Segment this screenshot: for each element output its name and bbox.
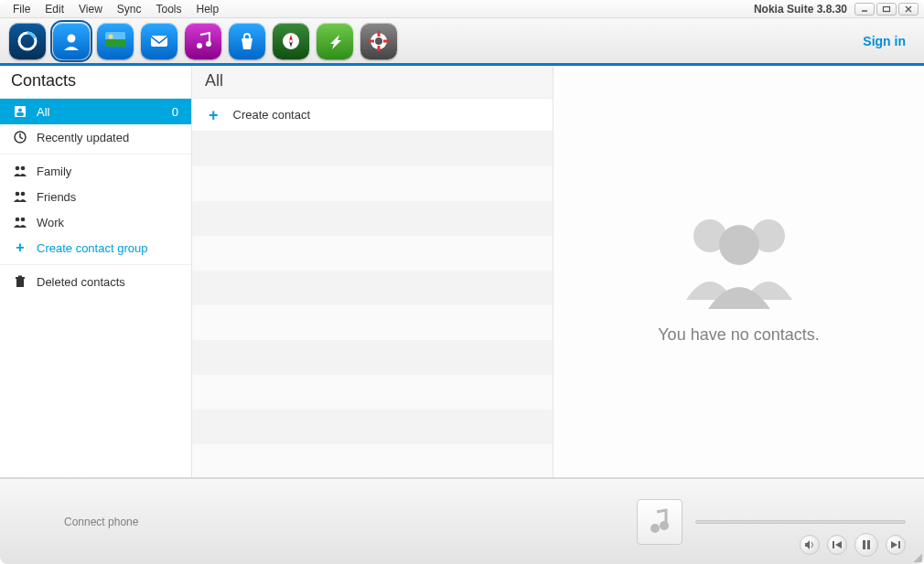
contact-list[interactable] xyxy=(192,132,553,477)
update-icon xyxy=(325,31,345,51)
svg-rect-39 xyxy=(833,541,834,548)
sidebar-divider xyxy=(0,154,191,154)
menu-file[interactable]: File xyxy=(5,1,38,17)
contact-list-panel: All + Create contact xyxy=(192,66,553,477)
menubar: File Edit View Sync Tools Help xyxy=(5,1,226,17)
list-row-empty xyxy=(192,444,553,477)
support-icon xyxy=(368,30,390,52)
nav-support[interactable] xyxy=(360,23,397,59)
plus-icon: + xyxy=(13,240,27,255)
menu-tools[interactable]: Tools xyxy=(149,1,189,17)
nav-maps[interactable] xyxy=(273,23,309,59)
svg-rect-17 xyxy=(378,31,381,37)
svg-point-25 xyxy=(16,166,20,171)
menu-help[interactable]: Help xyxy=(189,1,227,17)
svg-marker-43 xyxy=(891,541,897,548)
next-icon xyxy=(890,539,901,550)
maximize-icon xyxy=(882,5,891,13)
menu-view[interactable]: View xyxy=(71,1,110,17)
svg-point-37 xyxy=(650,524,660,533)
sidebar-item-family[interactable]: Family xyxy=(0,158,191,184)
svg-rect-33 xyxy=(18,276,22,278)
previous-button[interactable] xyxy=(827,535,847,555)
svg-point-30 xyxy=(21,218,26,222)
sign-in-link[interactable]: Sign in xyxy=(863,34,915,48)
svg-point-26 xyxy=(21,166,26,171)
nav-home[interactable] xyxy=(9,23,46,59)
sidebar-item-all[interactable]: All 0 xyxy=(0,99,191,124)
player-controls xyxy=(800,533,906,557)
svg-rect-18 xyxy=(378,46,381,51)
sidebar-create-group[interactable]: + Create contact group xyxy=(0,235,191,261)
gallery-icon xyxy=(103,29,127,53)
messaging-icon xyxy=(148,30,170,52)
svg-rect-19 xyxy=(369,39,374,42)
list-row-empty xyxy=(192,236,553,271)
nav-software-update[interactable] xyxy=(317,23,353,59)
svg-point-8 xyxy=(109,34,113,38)
home-icon xyxy=(16,30,38,52)
connect-phone-link[interactable]: Connect phone xyxy=(64,516,138,528)
close-icon xyxy=(904,5,913,13)
contact-card-icon xyxy=(13,104,27,119)
svg-rect-31 xyxy=(16,279,24,287)
footer: Connect phone xyxy=(0,478,924,564)
app-icons xyxy=(9,23,397,59)
sidebar-item-recent[interactable]: Recently updated xyxy=(0,124,191,150)
nav-music[interactable] xyxy=(185,23,221,59)
svg-point-38 xyxy=(660,521,669,530)
detail-panel: You have no contacts. xyxy=(553,66,924,477)
minimize-icon xyxy=(860,5,869,13)
svg-rect-42 xyxy=(867,540,870,549)
svg-point-10 xyxy=(197,43,202,48)
nav-gallery[interactable] xyxy=(97,23,134,59)
pause-icon xyxy=(861,539,872,550)
list-row-empty xyxy=(192,132,553,166)
group-icon xyxy=(13,164,27,178)
resize-grip[interactable] xyxy=(911,551,922,562)
menu-edit[interactable]: Edit xyxy=(38,1,71,17)
close-button[interactable] xyxy=(898,3,919,16)
maximize-button[interactable] xyxy=(876,3,897,16)
create-contact-button[interactable]: + Create contact xyxy=(192,99,553,132)
svg-rect-7 xyxy=(105,39,125,47)
nav-messaging[interactable] xyxy=(141,23,177,59)
maps-icon xyxy=(280,30,302,52)
album-art[interactable] xyxy=(637,499,682,545)
svg-point-22 xyxy=(18,109,22,112)
svg-rect-20 xyxy=(383,39,389,42)
trash-icon xyxy=(13,274,27,289)
nav-contacts[interactable] xyxy=(53,23,90,59)
store-icon xyxy=(237,31,257,51)
svg-rect-1 xyxy=(884,6,890,11)
sidebar-item-label: Recently updated xyxy=(37,131,129,144)
sidebar: Contacts All 0 Recently updated xyxy=(0,66,192,477)
list-row-empty xyxy=(192,201,553,236)
group-icon xyxy=(13,215,27,229)
nav-store[interactable] xyxy=(229,23,265,59)
create-contact-label: Create contact xyxy=(233,108,311,122)
svg-rect-23 xyxy=(16,112,24,116)
sidebar-item-work[interactable]: Work xyxy=(0,209,191,235)
clock-icon xyxy=(13,130,27,144)
sidebar-item-label: Family xyxy=(37,165,71,178)
sidebar-item-label: Friends xyxy=(37,190,76,204)
minimize-button[interactable] xyxy=(854,3,875,16)
svg-rect-9 xyxy=(151,36,167,47)
sidebar-item-friends[interactable]: Friends xyxy=(0,184,191,209)
volume-button[interactable] xyxy=(800,535,820,555)
menu-sync[interactable]: Sync xyxy=(110,1,149,17)
svg-point-28 xyxy=(21,192,26,197)
contacts-placeholder-icon xyxy=(666,199,812,309)
list-row-empty xyxy=(192,340,553,375)
sidebar-item-deleted[interactable]: Deleted contacts xyxy=(0,269,191,294)
svg-point-11 xyxy=(206,41,211,47)
empty-contacts-message: You have no contacts. xyxy=(658,325,819,345)
sidebar-divider xyxy=(0,264,191,265)
progress-bar[interactable] xyxy=(695,520,906,524)
contact-list-header: All xyxy=(192,66,553,99)
svg-point-16 xyxy=(375,37,382,45)
next-button[interactable] xyxy=(886,535,906,555)
sidebar-header: Contacts xyxy=(0,66,191,99)
play-pause-button[interactable] xyxy=(854,533,878,557)
